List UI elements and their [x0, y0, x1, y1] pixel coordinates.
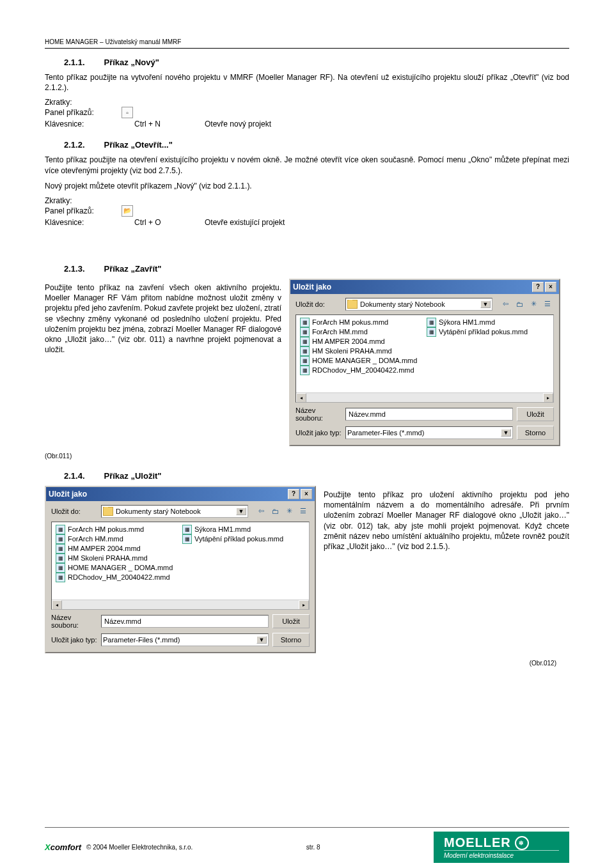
section-212: 2.1.2. Příkaz „Otevřít..." — [64, 140, 569, 150]
section-title: Příkaz „Zavřít" — [104, 264, 162, 274]
shortcut-key: Ctrl + O — [134, 218, 205, 227]
folder-icon — [347, 300, 358, 309]
moeller-logo-box: MOELLER ✼ Moderní elektroinstalace — [434, 832, 569, 863]
new-folder-icon[interactable]: ✳ — [527, 298, 540, 311]
section-212-body1: Tento příkaz použijte na otevření existu… — [45, 155, 569, 175]
file-list[interactable]: ▦ForArch HM pokus.mmd ▦ForArch HM.mmd ▦H… — [295, 314, 554, 403]
section-211-body: Tento příkaz použijte na vytvoření novéh… — [45, 72, 569, 93]
view-list-icon[interactable]: ☰ — [297, 505, 310, 518]
shortcut-desc: Otevře nový projekt — [205, 120, 569, 128]
section-number: 2.1.4. — [64, 471, 85, 481]
back-icon[interactable]: ⇦ — [255, 505, 267, 518]
xcomfort-logo: Xcomfort — [45, 842, 81, 852]
section-title: Příkaz „Uložit" — [104, 471, 162, 481]
file-list[interactable]: ▦ForArch HM pokus.mmd ▦ForArch HM.mmd ▦H… — [51, 522, 310, 610]
filetype-combo[interactable]: Parameter-Files (*.mmd) ▼ — [101, 633, 269, 646]
file-item[interactable]: ▦HM AMPER 2004.mmd — [300, 337, 423, 346]
file-item[interactable]: ▦HOME MANAGER _ DOMA.mmd — [56, 563, 178, 573]
filename-field[interactable]: Název.mmd — [101, 615, 269, 628]
file-item[interactable]: ▦Sýkora HM1.mmd — [182, 525, 305, 534]
close-icon[interactable]: × — [545, 282, 556, 292]
dialog-title: Uložit jako — [49, 490, 87, 499]
help-icon[interactable]: ? — [288, 489, 299, 499]
help-icon[interactable]: ? — [532, 282, 544, 292]
file-item[interactable]: ▦Vytápění příklad pokus.mmd — [182, 534, 305, 544]
chevron-down-icon[interactable]: ▼ — [480, 300, 491, 308]
filetype-label: Uložit jako typ: — [51, 636, 97, 644]
scroll-left-icon[interactable]: ◂ — [296, 393, 306, 403]
scroll-right-icon[interactable]: ▸ — [543, 393, 553, 403]
section-213: 2.1.3. Příkaz „Zavřít" — [64, 264, 569, 274]
chevron-down-icon[interactable]: ▼ — [501, 429, 511, 437]
copyright-text: © 2004 Moeller Elektrotechnika, s.r.o. — [86, 844, 193, 851]
mmd-file-icon: ▦ — [56, 534, 65, 544]
mmd-file-icon: ▦ — [300, 337, 310, 346]
mmd-file-icon: ▦ — [56, 554, 65, 563]
section-214: 2.1.4. Příkaz „Uložit" — [64, 471, 569, 481]
scroll-left-icon[interactable]: ◂ — [52, 600, 62, 610]
file-item[interactable]: ▦HOME MANAGER _ DOMA.mmd — [300, 356, 423, 366]
mmd-file-icon: ▦ — [427, 327, 436, 337]
shortcut-key: Ctrl + N — [134, 120, 205, 128]
file-item[interactable]: ▦ForArch HM.mmd — [300, 327, 423, 337]
save-button[interactable]: Uložit — [517, 407, 554, 421]
filetype-combo[interactable]: Parameter-Files (*.mmd) ▼ — [345, 426, 513, 439]
folder-combo[interactable]: Dokumenty starý Notebook ▼ — [345, 298, 492, 311]
save-to-label: Uložit do: — [51, 508, 97, 515]
cancel-button[interactable]: Storno — [272, 633, 310, 647]
file-item[interactable]: ▦ForArch HM pokus.mmd — [56, 525, 178, 534]
close-icon[interactable]: × — [301, 489, 312, 499]
page-footer: Xcomfort © 2004 Moeller Elektrotechnika,… — [45, 827, 569, 863]
chevron-down-icon[interactable]: ▼ — [236, 508, 246, 515]
mmd-file-icon: ▦ — [300, 356, 310, 366]
section-number: 2.1.2. — [64, 140, 85, 150]
mmd-file-icon: ▦ — [300, 318, 310, 327]
file-item[interactable]: ▦Sýkora HM1.mmd — [427, 318, 549, 327]
mmd-file-icon: ▦ — [300, 327, 310, 337]
file-item[interactable]: ▦RDChodov_HM_20040422.mmd — [56, 573, 178, 582]
save-button[interactable]: Uložit — [272, 614, 310, 628]
file-item[interactable]: ▦HM Skoleni PRAHA.mmd — [300, 346, 423, 356]
section-number: 2.1.3. — [64, 264, 85, 274]
save-as-dialog-011: Uložit jako ? × Uložit do: Dokumenty sta… — [289, 279, 560, 446]
doc-header: HOME MANAGER – Uživatelský manuál MMRF — [45, 38, 569, 49]
back-icon[interactable]: ⇦ — [499, 298, 512, 311]
figure-caption-012: (Obr.012) — [45, 660, 556, 667]
up-folder-icon[interactable]: 🗀 — [513, 298, 526, 311]
filename-label: Názevsouboru: — [51, 614, 97, 629]
file-item[interactable]: ▦Vytápění příklad pokus.mmd — [427, 327, 549, 337]
section-214-body: Použijte tento příkaz pro uložení aktivn… — [324, 490, 569, 552]
save-to-label: Uložit do: — [295, 300, 342, 308]
folder-combo[interactable]: Dokumenty starý Notebook ▼ — [101, 505, 248, 518]
new-file-icon: ▫ — [122, 107, 133, 118]
up-folder-icon[interactable]: 🗀 — [269, 505, 281, 518]
filename-label: Názevsouboru: — [295, 407, 342, 422]
panel-label: Panel příkazů: — [45, 206, 122, 215]
file-item[interactable]: ▦HM Skoleni PRAHA.mmd — [56, 554, 178, 563]
mmd-file-icon: ▦ — [56, 525, 65, 534]
mmd-file-icon: ▦ — [56, 563, 65, 573]
section-211: 2.1.1. Příkaz „Nový" — [64, 58, 569, 67]
panel-label: Panel příkazů: — [45, 108, 122, 117]
chevron-down-icon[interactable]: ▼ — [256, 636, 267, 644]
folder-icon — [103, 507, 113, 516]
scroll-right-icon[interactable]: ▸ — [299, 600, 309, 610]
horizontal-scrollbar[interactable]: ◂ ▸ — [296, 392, 553, 402]
file-item[interactable]: ▦RDChodov_HM_20040422.mmd — [300, 366, 423, 375]
cancel-button[interactable]: Storno — [517, 426, 554, 440]
section-title: Příkaz „Nový" — [104, 58, 159, 67]
horizontal-scrollbar[interactable]: ◂ ▸ — [52, 600, 309, 609]
mmd-file-icon: ▦ — [182, 534, 192, 544]
view-list-icon[interactable]: ☰ — [541, 298, 554, 311]
filename-field[interactable]: Název.mmd — [345, 408, 513, 421]
mmd-file-icon: ▦ — [56, 573, 65, 582]
shortcuts-211: Zkratky: Panel příkazů: ▫ Klávesnice: Ct… — [45, 98, 569, 128]
file-item[interactable]: ▦HM AMPER 2004.mmd — [56, 544, 178, 554]
moeller-tagline: Moderní elektroinstalace — [444, 850, 559, 859]
mmd-file-icon: ▦ — [300, 366, 310, 375]
file-item[interactable]: ▦ForArch HM pokus.mmd — [300, 318, 423, 327]
dialog-title: Uložit jako — [293, 283, 331, 291]
filetype-label: Uložit jako typ: — [295, 429, 342, 437]
file-item[interactable]: ▦ForArch HM.mmd — [56, 534, 178, 544]
new-folder-icon[interactable]: ✳ — [283, 505, 295, 518]
